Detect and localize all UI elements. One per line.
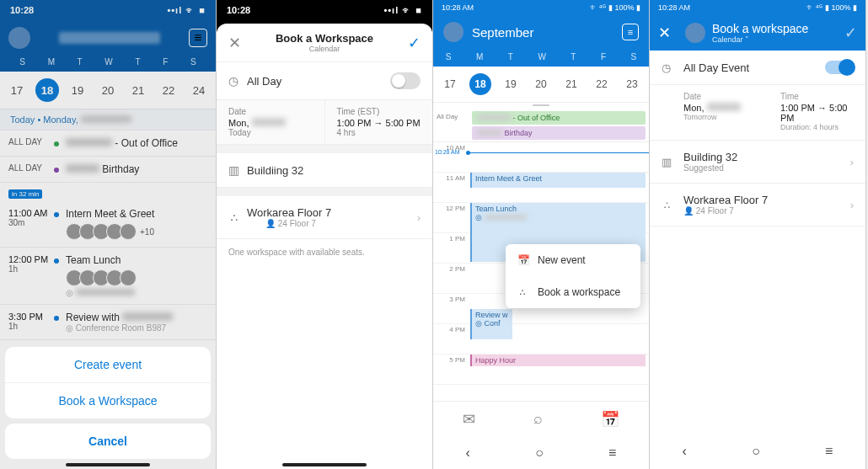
event-out-of-office[interactable]: - Out of Office	[472, 111, 646, 125]
book-workspace-button[interactable]: Book a Workspace	[5, 383, 211, 418]
availability-hint: One workspace with available seats.	[217, 239, 432, 265]
recent-button[interactable]: ≡	[825, 444, 833, 459]
status-time: 10:28	[227, 5, 250, 15]
android-nav: ‹ ○ ≡	[433, 437, 649, 469]
clock-icon: ◷	[228, 74, 247, 88]
mail-tab[interactable]: ✉	[463, 410, 475, 429]
form-title: Book a workspace	[712, 22, 808, 35]
action-sheet: Create event Book a Workspace Cancel	[5, 347, 211, 464]
back-button[interactable]: ‹	[683, 444, 687, 459]
home-indicator[interactable]	[66, 463, 150, 466]
book-workspace-modal: ✕ Book a Workspace Calendar ✓ ◷ All Day …	[217, 24, 432, 469]
date-strip[interactable]: 17 18 19 20 21 22 23	[433, 67, 649, 103]
all-day-row[interactable]: ◷ All Day	[217, 62, 432, 100]
book-workspace-button[interactable]: ⛬Book a workspace	[506, 276, 640, 308]
time-picker[interactable]: Time 1:00 PM → 5:00 PM Duration: 4 hours	[769, 85, 865, 140]
confirm-icon[interactable]: ✓	[404, 34, 421, 52]
close-icon[interactable]: ✕	[658, 24, 678, 42]
modal-title: Book a Workspace	[245, 32, 404, 45]
create-popup: 📅New event ⛬Book a workspace	[506, 244, 640, 308]
building-icon: ▥	[228, 163, 247, 177]
home-button[interactable]: ○	[535, 445, 544, 461]
people-icon: ⛬	[517, 286, 538, 298]
workarea-row[interactable]: ⛬ Workarea Floor 7 👤 24 Floor 7 ›	[217, 196, 432, 239]
confirm-icon[interactable]: ✓	[844, 24, 857, 42]
status-bar: 10:28 ••ıl ᯤ ■	[217, 0, 432, 20]
time-picker[interactable]: Time (EST) 1:00 PM → 5:00 PM 4 hrs	[325, 100, 433, 144]
status-bar: 10:28 AM ᯤ ⁴ᴳ ▮ 100% ▮	[433, 0, 649, 15]
calendar-picker[interactable]: Calendar ˅	[712, 35, 808, 44]
cancel-button[interactable]: Cancel	[5, 424, 211, 459]
event-happy-hour[interactable]: Happy Hour	[470, 354, 646, 366]
people-icon: ⛬	[662, 199, 683, 211]
chevron-right-icon: ›	[850, 156, 854, 168]
building-row[interactable]: ▥ Buildiing 32	[217, 153, 432, 188]
back-button[interactable]: ‹	[466, 445, 470, 461]
close-icon[interactable]: ✕	[228, 34, 245, 52]
modal-subtitle: Calendar	[245, 45, 404, 53]
event-birthday[interactable]: Birthday	[472, 126, 646, 140]
avatar[interactable]	[685, 23, 705, 43]
agenda-icon[interactable]: ≡	[622, 24, 639, 40]
recent-button[interactable]: ≡	[608, 445, 616, 461]
all-day-row[interactable]: ◷ All Day Event	[650, 51, 865, 85]
all-day-toggle[interactable]	[825, 61, 854, 74]
all-day-toggle[interactable]	[390, 72, 421, 89]
calendar-plus-icon: 📅	[517, 254, 538, 266]
form-header: ✕ Book a workspace Calendar ˅ ✓	[650, 15, 865, 51]
date-picker[interactable]: Date Mon, Today	[217, 100, 325, 144]
home-indicator[interactable]	[282, 463, 367, 466]
avatar[interactable]	[443, 22, 463, 42]
event-intern[interactable]: Intern Meet & Greet	[470, 173, 646, 188]
building-row[interactable]: ▥ Building 32 Suggested ›	[650, 141, 865, 184]
weekday-row: SMTWTFS	[433, 49, 649, 67]
create-event-button[interactable]: Create event	[5, 347, 211, 383]
day-grid[interactable]: All Day - Out of Office Birthday 10:28 A…	[433, 109, 649, 401]
building-icon: ▥	[662, 156, 683, 168]
month-title[interactable]: September	[472, 25, 622, 40]
calendar-tab[interactable]: 📅	[601, 410, 619, 429]
android-nav: ‹ ○ ≡	[650, 434, 865, 469]
chevron-right-icon: ›	[850, 199, 854, 211]
clock-icon: ◷	[662, 61, 683, 74]
date-picker[interactable]: Date Mon, Tomorrow	[650, 85, 769, 140]
status-icons: ••ıl ᯤ ■	[383, 5, 422, 15]
workarea-row[interactable]: ⛬ Workarea Floor 7 👤 24 Floor 7 ›	[650, 184, 865, 227]
home-button[interactable]: ○	[752, 444, 760, 459]
search-tab[interactable]: ⌕	[533, 410, 543, 429]
calendar-header: September ≡	[433, 15, 649, 49]
people-icon: ⛬	[228, 211, 247, 224]
chevron-right-icon: ›	[417, 211, 421, 224]
drag-handle[interactable]	[533, 104, 549, 106]
new-event-button[interactable]: 📅New event	[506, 244, 640, 276]
status-bar: 10:28 AM ᯤ ⁴ᴳ ▮ 100% ▮	[650, 0, 865, 15]
bottom-tabs: ✉ ⌕ 📅	[433, 401, 649, 437]
